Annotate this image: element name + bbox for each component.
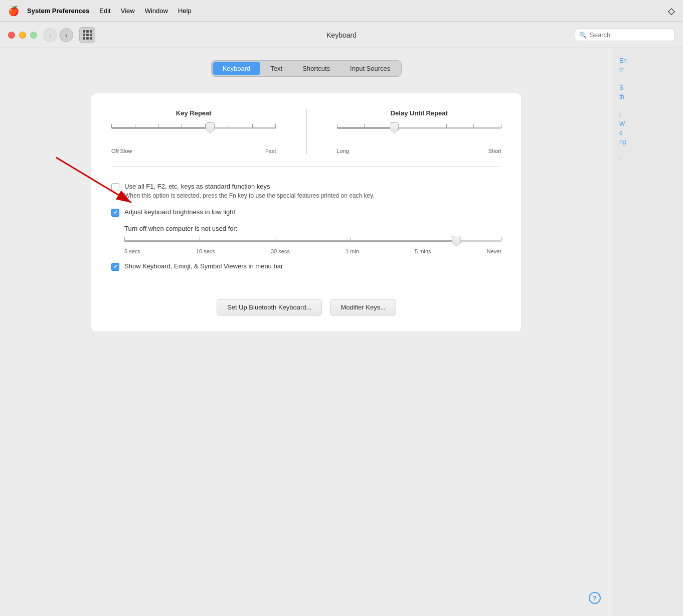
brightness-track <box>124 240 501 242</box>
delay-repeat-right-label: Short <box>488 148 501 154</box>
sidebar-line-1: rr <box>619 65 677 74</box>
help-button[interactable]: ? <box>589 592 601 604</box>
fn-keys-title: Use all F1, F2, etc. keys as standard fu… <box>124 183 375 190</box>
main-area: Keyboard Text Shortcuts Input Sources Ke… <box>0 48 683 616</box>
delay-repeat-ticks <box>337 124 502 128</box>
menubar-help[interactable]: Help <box>178 7 192 15</box>
apple-menu[interactable]: 🍎 <box>8 6 19 17</box>
brightness-checkbox[interactable] <box>111 209 119 217</box>
modifier-keys-button[interactable]: Modifier Keys... <box>330 299 396 316</box>
menubar-checkbox[interactable] <box>111 263 119 271</box>
content-card: Key Repeat <box>91 93 522 332</box>
brightness-ticks <box>124 237 501 241</box>
tab-keyboard[interactable]: Keyboard <box>213 62 261 75</box>
key-repeat-track <box>111 127 276 129</box>
key-repeat-ticks <box>111 124 276 128</box>
turn-off-label: Turn off when computer is not used for: <box>124 225 501 232</box>
brightness-time-labels: 5 secs 10 secs 30 secs 1 min 5 mins Neve… <box>124 248 501 254</box>
fn-keys-option: Use all F1, F2, etc. keys as standard fu… <box>111 183 501 200</box>
key-repeat-group: Key Repeat <box>111 109 276 154</box>
menubar-view[interactable]: View <box>121 7 135 15</box>
brightness-thumb[interactable] <box>452 236 461 247</box>
key-repeat-label: Key Repeat <box>111 109 276 117</box>
time-label-2: 30 secs <box>271 248 290 254</box>
sidebar-content: En rr S th i W e ng ' <box>619 56 677 165</box>
sidebar-line-4: i <box>619 110 677 119</box>
bottom-buttons: Set Up Bluetooth Keyboard... Modifier Ke… <box>111 291 501 316</box>
menubar: 🍎 System Preferences Edit View Window He… <box>0 0 683 22</box>
delay-repeat-track <box>337 127 502 129</box>
delay-repeat-slider-wrapper <box>337 127 502 142</box>
time-label-1: 10 secs <box>196 248 215 254</box>
tab-shortcuts[interactable]: Shortcuts <box>292 62 340 75</box>
maximize-button[interactable] <box>30 32 37 39</box>
dropbox-icon: ◇ <box>668 6 675 17</box>
slider-divider <box>306 109 307 154</box>
sliders-section: Key Repeat <box>111 109 501 167</box>
search-icon: 🔍 <box>579 32 587 39</box>
time-label-3: 1 min <box>346 248 359 254</box>
delay-repeat-label: Delay Until Repeat <box>337 109 502 117</box>
sidebar-line-7: ng <box>619 137 677 146</box>
key-repeat-left-label: Off Slow <box>111 148 132 154</box>
grid-icon <box>83 30 92 40</box>
traffic-lights <box>8 32 37 39</box>
close-button[interactable] <box>8 32 15 39</box>
tabs: Keyboard Text Shortcuts Input Sources <box>20 60 593 77</box>
sidebar-line-5: W <box>619 119 677 128</box>
sidebar-line-3: th <box>619 92 677 101</box>
minimize-button[interactable] <box>19 32 26 39</box>
key-repeat-range-labels: Off Slow Fast <box>111 148 276 154</box>
brightness-option: Adjust keyboard brightness in low light <box>111 208 501 217</box>
brightness-section: Turn off when computer is not used for: <box>124 225 501 254</box>
fn-keys-description: When this option is selected, press the … <box>124 192 375 200</box>
tab-bar: Keyboard Text Shortcuts Input Sources <box>211 60 402 77</box>
time-label-5: Never <box>487 248 501 254</box>
grid-view-button[interactable] <box>79 27 95 43</box>
fn-keys-checkbox[interactable] <box>111 183 119 191</box>
tab-text[interactable]: Text <box>260 62 292 75</box>
nav-buttons: ‹ › <box>43 28 73 42</box>
delay-repeat-left-label: Long <box>337 148 349 154</box>
menubar-label: Show Keyboard, Emoji, & Symbol Viewers i… <box>124 262 283 270</box>
brightness-label: Adjust keyboard brightness in low light <box>124 208 235 216</box>
search-box[interactable]: 🔍 <box>575 29 675 41</box>
prefs-panel: Keyboard Text Shortcuts Input Sources Ke… <box>0 48 613 616</box>
time-label-0: 5 secs <box>124 248 140 254</box>
key-repeat-thumb[interactable] <box>206 122 215 133</box>
key-repeat-slider-wrapper <box>111 127 276 142</box>
delay-repeat-group: Delay Until Repeat <box>337 109 502 154</box>
fn-keys-text: Use all F1, F2, etc. keys as standard fu… <box>124 183 375 200</box>
menubar-option: Show Keyboard, Emoji, & Symbol Viewers i… <box>111 262 501 271</box>
menubar-window[interactable]: Window <box>145 7 168 15</box>
sidebar-line-6: e <box>619 128 677 137</box>
menubar-items: System Preferences Edit View Window Help <box>27 7 192 15</box>
bluetooth-button[interactable]: Set Up Bluetooth Keyboard... <box>217 299 322 316</box>
brightness-slider-container <box>124 240 501 242</box>
sidebar-line-8: ' <box>619 156 677 165</box>
menubar-app-name[interactable]: System Preferences <box>27 7 89 15</box>
search-input[interactable] <box>590 31 670 39</box>
window-title: Keyboard <box>326 31 357 39</box>
tab-input-sources[interactable]: Input Sources <box>340 62 400 75</box>
time-label-4: 5 mins <box>415 248 431 254</box>
right-sidebar: En rr S th i W e ng ' <box>613 48 683 616</box>
back-button[interactable]: ‹ <box>43 28 57 42</box>
delay-repeat-range-labels: Long Short <box>337 148 502 154</box>
sidebar-line-2: S <box>619 83 677 92</box>
key-repeat-right-label: Fast <box>265 148 276 154</box>
forward-button[interactable]: › <box>59 28 73 42</box>
menubar-edit[interactable]: Edit <box>99 7 110 15</box>
sidebar-line-0: En <box>619 56 677 65</box>
window-toolbar: ‹ › Keyboard 🔍 <box>0 22 683 48</box>
delay-repeat-thumb[interactable] <box>390 122 399 133</box>
